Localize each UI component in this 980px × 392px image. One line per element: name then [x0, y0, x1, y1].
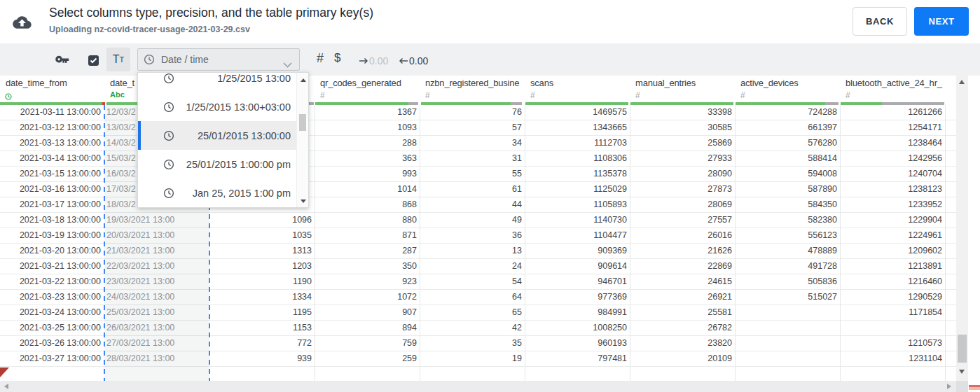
table-cell: 909614	[525, 259, 630, 274]
dropdown-scroll-down-arrow[interactable]	[301, 200, 306, 203]
table-cell: 1240704	[840, 167, 945, 181]
table-cell: 35	[420, 336, 525, 351]
currency-type-button[interactable]: $	[334, 51, 340, 65]
text-type-button[interactable]: TT	[106, 48, 130, 71]
table-cell: 939	[209, 351, 315, 366]
table-cell: 1233952	[840, 197, 945, 212]
table-cell: 27873	[630, 182, 735, 197]
table-cell: 1238464	[840, 136, 945, 150]
table-cell: 1195	[209, 305, 315, 320]
number-type-button[interactable]: #	[317, 51, 324, 66]
column-separator	[735, 105, 736, 381]
page-title: Select columns type, precision, and the …	[49, 6, 373, 20]
table-cell: 287	[315, 244, 420, 258]
table-cell: 1112703	[525, 136, 630, 150]
table-cell: 1035	[209, 228, 315, 243]
column-separator	[315, 105, 315, 381]
page-subtitle: Uploading nz-covid-tracer-usage-2021-03-…	[49, 24, 250, 34]
date-format-option[interactable]: Jan 25, 2015 1:00 pm	[138, 178, 296, 207]
table-cell: 1153	[209, 321, 315, 335]
table-cell: 984991	[525, 305, 630, 320]
table-cell: 27557	[630, 213, 735, 227]
table-cell: 880	[315, 213, 420, 227]
table-cell: 1313	[209, 244, 315, 258]
table-cell: 27933	[630, 151, 735, 166]
date-format-option[interactable]: 25/01/2015 1:00:00 pm	[138, 150, 296, 178]
table-cell: 2021-03-15 13:00:00	[0, 167, 104, 181]
next-button[interactable]: NEXT	[914, 7, 969, 36]
table-cell: 31	[420, 151, 525, 166]
required-checkbox[interactable]	[88, 55, 99, 66]
table-cell: 19	[420, 351, 525, 366]
table-cell: 26016	[630, 228, 735, 243]
table-cell: 2021-03-13 13:00:00	[0, 136, 104, 150]
table-cell: 1231104	[840, 351, 945, 366]
horizontal-scrollbar[interactable]	[0, 381, 956, 392]
dropdown-scrollbar[interactable]	[296, 73, 308, 207]
table-cell: 42	[420, 321, 525, 335]
table-cell: 759	[315, 336, 420, 351]
table-cell: 1093	[315, 120, 420, 135]
upload-cloud-icon	[13, 15, 32, 33]
table-cell: 576280	[735, 136, 840, 150]
column-header[interactable]: qr_codes_generated	[320, 78, 420, 88]
scroll-up-arrow[interactable]	[959, 80, 965, 84]
selected-column-left-edge	[104, 105, 105, 381]
back-button[interactable]: BACK	[853, 7, 907, 36]
table-cell: 993	[315, 167, 420, 181]
table-cell: 259	[315, 351, 420, 366]
table-cell: 1224961	[840, 228, 945, 243]
table-cell: 871	[315, 228, 420, 243]
scroll-right-arrow[interactable]	[947, 384, 951, 389]
table-cell: 1105893	[525, 197, 630, 212]
string-type-label: Abc	[110, 90, 125, 99]
date-format-label: 1/25/2015 13:00	[174, 73, 296, 84]
left-arrow-icon	[399, 55, 408, 66]
clock-icon	[163, 188, 174, 199]
table-cell: 64	[420, 290, 525, 304]
vertical-scrollbar-thumb[interactable]	[958, 335, 967, 363]
scroll-down-arrow[interactable]	[959, 370, 965, 374]
date-format-dropdown: 1/25/2015 13:001/25/2015 13:00+03:0025/0…	[137, 72, 309, 208]
scroll-left-arrow[interactable]	[4, 384, 8, 389]
dropdown-scroll-up-arrow[interactable]	[301, 78, 306, 82]
table-cell: 363	[315, 151, 420, 166]
table-cell: 36	[420, 228, 525, 243]
table-cell: 1261266	[840, 105, 945, 120]
column-header[interactable]: scans	[530, 78, 630, 88]
date-format-label: Jan 25, 2015 1:00 pm	[174, 188, 296, 199]
table-cell: 1238123	[840, 182, 945, 197]
table-cell: 894	[315, 321, 420, 335]
date-format-option[interactable]: 1/25/2015 13:00+03:00	[138, 92, 296, 121]
increase-precision-button[interactable]: 0.00	[359, 55, 388, 67]
table-cell: 65	[420, 305, 525, 320]
chevron-down-icon	[283, 58, 292, 71]
datetime-type-icon	[5, 90, 12, 103]
table-cell: 1343665	[525, 120, 630, 135]
table-cell: 25869	[630, 136, 735, 150]
table-cell: 55	[420, 167, 525, 181]
table-cell: 350	[315, 259, 420, 274]
decrease-precision-button[interactable]: 0.00	[399, 55, 428, 67]
table-cell: 582380	[735, 213, 840, 227]
date-format-option[interactable]: 25/01/2015 13:00:00	[138, 121, 296, 150]
number-type-label: #	[635, 90, 640, 100]
column-header[interactable]: active_devices	[740, 78, 840, 88]
table-cell: 909369	[525, 244, 630, 258]
table-cell: 1254171	[840, 120, 945, 135]
table-cell: 26921	[630, 290, 735, 304]
table-cell: 2021-03-11 13:00:00	[0, 105, 104, 120]
column-separator	[945, 105, 946, 381]
column-header[interactable]: date_time_from	[6, 78, 104, 88]
number-type-label: #	[425, 90, 430, 100]
type-format-select[interactable]: Date / time	[137, 48, 300, 71]
column-header[interactable]: bluetooth_active_24_hr_	[846, 78, 945, 88]
dropdown-scrollbar-thumb[interactable]	[299, 114, 306, 131]
column-header[interactable]: nzbn_registered_busine	[425, 78, 525, 88]
table-cell: 1125029	[525, 182, 630, 197]
number-type-label: #	[530, 90, 535, 100]
primary-key-icon[interactable]	[55, 55, 69, 67]
clock-icon	[163, 102, 174, 113]
column-header[interactable]: manual_entries	[635, 78, 735, 88]
date-format-option[interactable]: 1/25/2015 13:00	[138, 73, 296, 92]
